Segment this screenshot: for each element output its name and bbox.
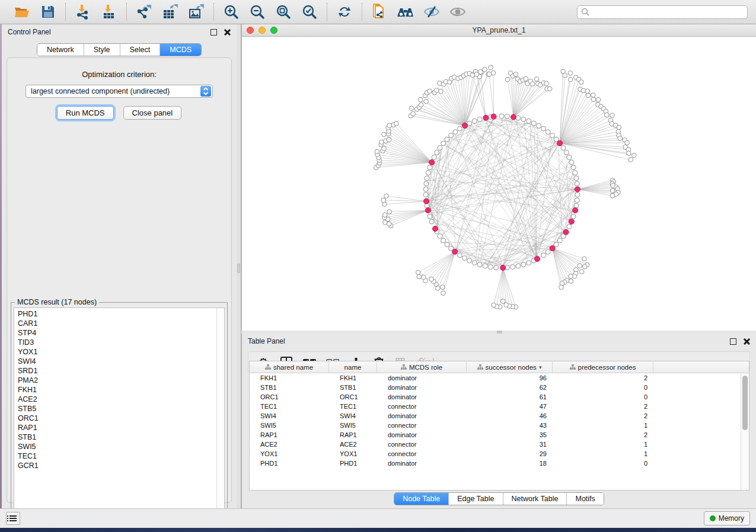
first-neighbors-button[interactable]: [397, 3, 414, 21]
table-row[interactable]: YOX1YOX1connector291: [250, 449, 741, 459]
import-table-icon: [102, 4, 116, 20]
mcds-result-scrollbar[interactable]: [216, 308, 224, 518]
show-all-button[interactable]: [449, 3, 467, 21]
float-panel-icon[interactable]: [730, 338, 736, 345]
tab-motifs[interactable]: Motifs: [567, 493, 603, 505]
table-row[interactable]: ACE2ACE2connector311: [250, 440, 741, 449]
scrollbar-thumb[interactable]: [742, 376, 748, 430]
main-toolbar: [0, 0, 756, 24]
run-mcds-button[interactable]: Run MCDS: [57, 106, 114, 120]
table-row[interactable]: SWI4SWI4dominator462: [250, 411, 741, 421]
mcds-result-item[interactable]: CAR1: [18, 319, 221, 328]
import-table-button[interactable]: [100, 3, 118, 21]
export-table-button[interactable]: [161, 3, 179, 21]
node-table: shared namenameMCDS rolesuccessor nodes▾…: [249, 361, 749, 491]
column-header-successor-nodes[interactable]: successor nodes▾: [467, 361, 553, 373]
mcds-result-item[interactable]: STB5: [18, 404, 221, 414]
cell-successors: 31: [467, 441, 553, 448]
vertical-splitter[interactable]: [237, 24, 241, 508]
table-header-row: shared namenameMCDS rolesuccessor nodes▾…: [250, 361, 749, 373]
splitter-handle[interactable]: [237, 264, 240, 273]
close-panel-button[interactable]: Close panel: [123, 106, 182, 120]
mcds-result-item[interactable]: STP4: [18, 328, 221, 338]
export-image-icon: [189, 4, 204, 20]
cell-predecessors: 1: [553, 441, 653, 448]
network-view-window: YPA_prune.txt_1: [241, 24, 756, 331]
cell-name: RAP1: [329, 431, 377, 438]
network-canvas[interactable]: [242, 37, 755, 329]
zoom-selected-button[interactable]: [301, 3, 318, 21]
export-image-button[interactable]: [187, 3, 205, 21]
float-panel-icon[interactable]: [210, 29, 217, 36]
tab-network[interactable]: Network: [37, 44, 84, 56]
network-window-title: YPA_prune.txt_1: [242, 26, 756, 34]
mcds-result-item[interactable]: RAP1: [18, 423, 221, 432]
mcds-result-item[interactable]: TEC1: [18, 451, 221, 461]
open-file-button[interactable]: [13, 3, 31, 21]
column-header-name[interactable]: name: [329, 361, 377, 373]
table-row[interactable]: SWI5SWI5connector431: [250, 421, 741, 430]
mcds-result-item[interactable]: ORC1: [18, 414, 221, 423]
close-panel-icon[interactable]: [744, 338, 750, 345]
mcds-result-item[interactable]: SWI4: [18, 357, 221, 366]
mcds-result-item[interactable]: SWI5: [18, 442, 221, 451]
save-session-button[interactable]: [39, 3, 57, 21]
column-header-predecessor-nodes[interactable]: predecessor nodes: [553, 361, 653, 373]
mcds-result-item[interactable]: SRD1: [18, 366, 221, 376]
mcds-result-item[interactable]: GCR1: [18, 461, 221, 470]
table-row[interactable]: RAP1RAP1dominator352: [250, 430, 741, 440]
mcds-result-item[interactable]: FKH1: [18, 385, 221, 395]
window-minimize-button[interactable]: [259, 27, 266, 34]
mcds-result-item[interactable]: PMA2: [18, 376, 221, 385]
hide-selected-button[interactable]: [423, 3, 441, 21]
table-row[interactable]: TEC1TEC1connector472: [250, 402, 741, 411]
mcds-result-item[interactable]: TID3: [18, 338, 221, 347]
column-label: predecessor nodes: [578, 364, 636, 371]
task-history-button[interactable]: [6, 512, 20, 525]
table-row[interactable]: ORC1ORC1dominator610: [250, 392, 741, 402]
window-close-button[interactable]: [247, 27, 254, 34]
zoom-in-button[interactable]: [222, 3, 240, 21]
tab-mcds[interactable]: MCDS: [160, 44, 201, 56]
cell-successors: 96: [467, 374, 553, 382]
export-network-button[interactable]: [135, 3, 153, 21]
network-column-icon: [401, 364, 407, 370]
optimization-criterion-select[interactable]: largest connected component (undirected): [25, 85, 213, 98]
mcds-result-item[interactable]: STB1: [18, 432, 221, 442]
close-panel-icon[interactable]: [224, 29, 231, 36]
tab-node-table[interactable]: Node Table: [394, 493, 449, 505]
window-zoom-button[interactable]: [270, 27, 277, 34]
cell-role: dominator: [377, 384, 467, 391]
status-bar: Memory: [0, 508, 756, 528]
cell-name: SWI4: [329, 412, 377, 419]
search-field[interactable]: [577, 5, 748, 19]
mcds-result-item[interactable]: YOX1: [18, 347, 221, 357]
export-table-icon: [162, 4, 178, 20]
clone-network-button[interactable]: [371, 3, 388, 21]
search-input[interactable]: [590, 8, 744, 16]
table-row[interactable]: STB1STB1dominator620: [250, 383, 741, 392]
tab-style[interactable]: Style: [84, 44, 120, 56]
memory-button[interactable]: Memory: [704, 511, 750, 525]
zoom-fit-button[interactable]: [275, 3, 292, 21]
apply-layout-button[interactable]: [336, 3, 353, 21]
cell-predecessors: 1: [553, 422, 653, 429]
mcds-result-item[interactable]: PHD1: [18, 309, 221, 319]
tab-edge-table[interactable]: Edge Table: [449, 493, 503, 505]
cell-predecessors: 0: [553, 393, 653, 400]
zoom-out-button[interactable]: [248, 3, 266, 21]
column-header-shared-name[interactable]: shared name: [250, 361, 329, 373]
network-window-titlebar[interactable]: YPA_prune.txt_1: [242, 24, 756, 37]
import-network-button[interactable]: [74, 3, 92, 21]
table-row[interactable]: FKH1FKH1dominator962: [250, 373, 741, 383]
mcds-result-list[interactable]: PHD1CAR1STP4TID3YOX1SWI4SRD1PMA2FKH1ACE2…: [14, 307, 225, 518]
column-header-MCDS-role[interactable]: MCDS role: [377, 361, 467, 373]
tab-select[interactable]: Select: [120, 44, 161, 56]
tab-network-table[interactable]: Network Table: [503, 493, 567, 505]
cell-role: connector: [377, 403, 467, 410]
table-panel-titlebar: Table Panel: [242, 334, 756, 349]
table-row[interactable]: PHD1PHD1dominator180: [250, 459, 741, 468]
eye-icon: [449, 5, 466, 18]
mcds-result-item[interactable]: ACE2: [18, 395, 221, 404]
table-scrollbar[interactable]: [741, 373, 749, 490]
